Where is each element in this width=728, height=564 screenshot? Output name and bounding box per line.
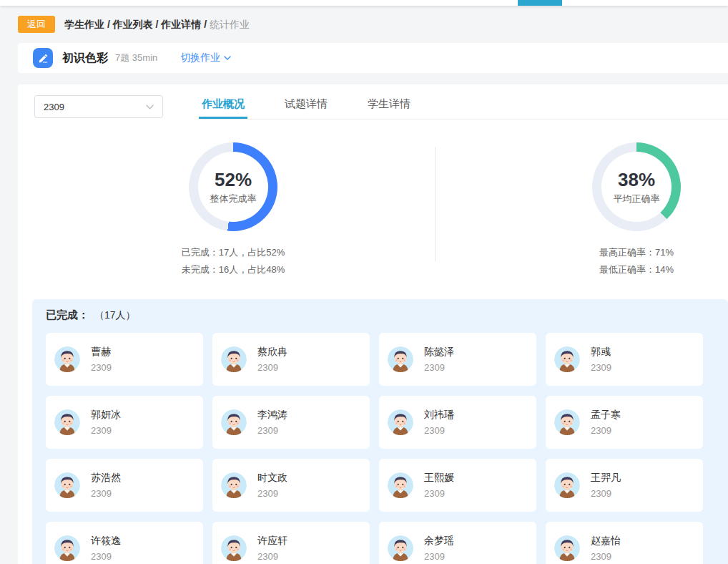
student-class: 2309 xyxy=(257,425,287,436)
completed-section: 已完成： （17人） 曹赫 2309 xyxy=(32,299,728,564)
student-card[interactable]: 时文政 2309 xyxy=(212,459,370,512)
student-class: 2309 xyxy=(591,488,621,499)
max-accuracy-stat: 最高正确率：71% xyxy=(599,245,674,260)
student-name: 刘祎璠 xyxy=(424,409,454,422)
student-class: 2309 xyxy=(257,362,287,373)
student-name: 李鸿涛 xyxy=(257,409,287,422)
pencil-icon xyxy=(33,48,53,68)
overview-charts: 52% 整体完成率 已完成：17人，占比52% 未完成：16人，占比48% 38… xyxy=(18,120,728,299)
student-card[interactable]: 郭彧 2309 xyxy=(546,333,703,386)
student-card[interactable]: 郭妍冰 2309 xyxy=(46,396,203,449)
student-class: 2309 xyxy=(424,551,454,562)
completion-percent: 52% xyxy=(215,169,252,191)
student-name: 赵嘉怡 xyxy=(591,535,621,548)
completion-stats: 已完成：17人，占比52% 未完成：16人，占比48% xyxy=(182,245,285,277)
student-card[interactable]: 王熙媛 2309 xyxy=(379,459,536,512)
student-name: 陈懿泽 xyxy=(424,346,454,359)
student-class: 2309 xyxy=(257,488,287,499)
student-avatar xyxy=(54,535,80,561)
breadcrumb-current: 统计作业 xyxy=(210,19,250,30)
student-class: 2309 xyxy=(91,488,121,499)
student-card[interactable]: 孟子寒 2309 xyxy=(546,396,703,449)
completed-stat: 已完成：17人，占比52% xyxy=(182,245,285,260)
top-accent-bar xyxy=(518,0,562,6)
student-card[interactable]: 陈懿泽 2309 xyxy=(379,333,536,386)
tab-question-detail[interactable]: 试题详情 xyxy=(282,95,330,119)
student-card[interactable]: 王羿凡 2309 xyxy=(546,459,703,512)
student-class: 2309 xyxy=(591,362,611,373)
student-name: 孟子寒 xyxy=(591,409,621,422)
homework-header: 初识色彩 7题 35min 切换作业 xyxy=(18,43,728,73)
completion-chart-block: 52% 整体完成率 已完成：17人，占比52% 未完成：16人，占比48% xyxy=(126,142,340,277)
student-name: 蔡欣冉 xyxy=(257,346,287,359)
student-name: 王熙媛 xyxy=(424,472,454,485)
completion-label: 整体完成率 xyxy=(210,193,257,205)
accuracy-percent: 38% xyxy=(618,169,655,191)
student-class: 2309 xyxy=(424,362,454,373)
student-avatar xyxy=(54,346,80,372)
student-avatar xyxy=(221,346,247,372)
breadcrumb: 返回 学生作业 / 作业列表 / 作业详情 / 统计作业 xyxy=(0,6,728,33)
min-accuracy-stat: 最低正确率：14% xyxy=(599,263,674,277)
switch-homework-link[interactable]: 切换作业 xyxy=(180,52,231,64)
chevron-down-icon xyxy=(224,56,231,60)
student-avatar xyxy=(554,409,580,435)
back-button[interactable]: 返回 xyxy=(18,16,55,33)
accuracy-donut-chart: 38% 平均正确率 xyxy=(592,142,681,231)
breadcrumb-path[interactable]: 学生作业 / 作业列表 / 作业详情 / xyxy=(64,19,210,30)
homework-meta: 7题 35min xyxy=(115,52,157,64)
student-card[interactable]: 许应轩 2309 xyxy=(212,522,370,564)
student-class: 2309 xyxy=(424,425,454,436)
student-name: 郭妍冰 xyxy=(91,409,121,422)
student-name: 许筱逸 xyxy=(91,535,121,548)
student-name: 王羿凡 xyxy=(591,472,621,485)
student-card[interactable]: 余梦瑶 2309 xyxy=(379,522,536,564)
student-card[interactable]: 刘祎璠 2309 xyxy=(379,396,536,449)
student-name: 郭彧 xyxy=(591,346,611,359)
completed-grid: 曹赫 2309 蔡欣冉 2309 xyxy=(46,333,728,564)
completion-donut-chart: 52% 整体完成率 xyxy=(189,142,277,231)
chevron-down-icon xyxy=(146,104,154,110)
student-class: 2309 xyxy=(257,551,287,562)
top-bar xyxy=(0,0,728,6)
tab-student-detail[interactable]: 学生详情 xyxy=(365,95,413,119)
accuracy-stats: 最高正确率：71% 最低正确率：14% xyxy=(599,245,674,277)
student-avatar xyxy=(54,409,80,435)
student-avatar xyxy=(554,346,580,372)
vertical-divider xyxy=(435,147,436,261)
student-avatar xyxy=(388,472,413,498)
student-card[interactable]: 李鸿涛 2309 xyxy=(212,396,370,449)
student-name: 苏浩然 xyxy=(91,472,121,485)
student-card[interactable]: 曹赫 2309 xyxy=(46,333,203,386)
student-class: 2309 xyxy=(591,425,621,436)
student-avatar xyxy=(554,535,580,561)
student-avatar xyxy=(221,472,247,498)
uncompleted-stat: 未完成：16人，占比48% xyxy=(182,263,285,277)
student-name: 曹赫 xyxy=(91,346,112,359)
tab-overview[interactable]: 作业概况 xyxy=(199,95,247,119)
accuracy-chart-block: 38% 平均正确率 最高正确率：71% 最低正确率：14% xyxy=(529,142,728,277)
completed-section-header: 已完成： （17人） xyxy=(46,308,728,322)
student-class: 2309 xyxy=(424,488,454,499)
completion-donut-center: 52% 整体完成率 xyxy=(198,152,268,222)
student-class: 2309 xyxy=(591,551,621,562)
student-class: 2309 xyxy=(91,425,121,436)
homework-title: 初识色彩 xyxy=(62,51,108,66)
student-card[interactable]: 苏浩然 2309 xyxy=(46,459,203,512)
student-avatar xyxy=(554,472,580,498)
student-class: 2309 xyxy=(91,362,112,373)
switch-homework-label: 切换作业 xyxy=(180,52,220,64)
class-select[interactable]: 2309 xyxy=(34,95,163,118)
student-name: 余梦瑶 xyxy=(424,535,454,548)
student-card[interactable]: 许筱逸 2309 xyxy=(46,522,203,564)
student-avatar xyxy=(54,472,80,498)
completed-count: （17人） xyxy=(94,309,136,322)
student-avatar xyxy=(388,409,413,435)
student-card[interactable]: 蔡欣冉 2309 xyxy=(212,333,370,386)
tab-bar: 作业概况 试题详情 学生详情 xyxy=(199,95,728,120)
completed-title: 已完成： xyxy=(46,308,89,322)
toolbar: 2309 作业概况 试题详情 学生详情 xyxy=(18,84,728,120)
accuracy-donut-center: 38% 平均正确率 xyxy=(601,152,672,222)
student-card[interactable]: 赵嘉怡 2309 xyxy=(546,522,703,564)
student-name: 许应轩 xyxy=(257,535,287,548)
